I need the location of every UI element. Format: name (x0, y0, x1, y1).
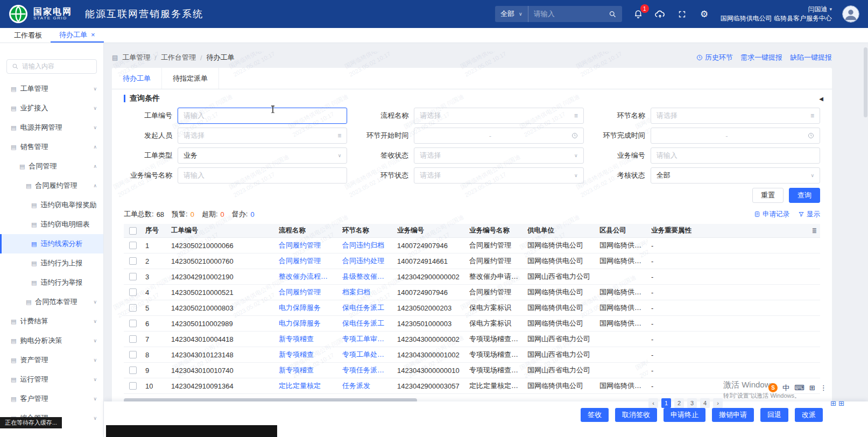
sidebar-item[interactable]: ▤业扩接入∨ (0, 98, 103, 118)
cell-value[interactable]: 档案归档 (342, 287, 370, 297)
page-button[interactable]: 1 (661, 398, 671, 408)
grid-icon[interactable]: ⊞ (830, 399, 836, 407)
cell-value[interactable]: 新专项稽查 (279, 334, 314, 344)
field-date[interactable]: - (651, 128, 820, 144)
table-row[interactable]: 41423050210000521合同履约管理档案归档1400724907946… (124, 285, 820, 300)
sidebar-item[interactable]: ▤工单管理∨ (0, 79, 103, 98)
sidebar-search-input[interactable]: 请输入内容 (6, 59, 97, 74)
cell-value[interactable]: 合同违约归档 (342, 241, 384, 250)
page-button[interactable]: 3 (687, 398, 697, 408)
search-button[interactable] (604, 6, 622, 22)
field-select[interactable]: 全部∨ (651, 167, 820, 184)
row-checkbox[interactable] (129, 351, 137, 358)
sidebar-item[interactable]: ▤运行管理∨ (0, 370, 103, 389)
defect-report-link[interactable]: 缺陷一键提报 (790, 53, 832, 62)
avatar[interactable] (842, 5, 859, 23)
sidebar-item[interactable]: ▤购电分析决策∨ (0, 331, 103, 350)
field-input[interactable]: 请输入 (178, 108, 347, 124)
row-checkbox[interactable] (129, 335, 137, 343)
fullscreen-icon[interactable] (676, 8, 688, 20)
field-select[interactable]: 请选择∨ (414, 147, 583, 164)
cloud-sync-icon[interactable] (654, 8, 666, 20)
action-button[interactable]: 回退 (760, 408, 788, 422)
table-row[interactable]: 31423042910002190整改催办流程…县级整改催办…142304290… (124, 269, 820, 285)
table-row[interactable]: 51423050210000803电力保障服务保电任务派工14230502000… (124, 300, 820, 316)
ime-language-icon[interactable]: 中 (782, 384, 789, 391)
sidebar-item[interactable]: ▤违约窃电明细表 (0, 215, 103, 234)
sidebar-item[interactable]: ▤电源并网管理∨ (0, 118, 103, 137)
column-settings-icon[interactable]: ≣ (812, 227, 817, 234)
row-checkbox[interactable] (129, 304, 137, 312)
demand-report-link[interactable]: 需求一键提报 (740, 53, 782, 62)
action-button[interactable]: 取消签收 (615, 408, 657, 422)
user-menu[interactable]: 闫国迪 ▾ (808, 5, 832, 14)
close-icon[interactable]: × (91, 31, 95, 39)
row-checkbox[interactable] (129, 382, 137, 390)
cell-value[interactable]: 合同履约管理 (279, 287, 321, 297)
field-picker[interactable]: 请选择≡ (651, 108, 820, 124)
row-checkbox[interactable] (129, 288, 137, 296)
cell-value[interactable]: 专项工单审核… (342, 334, 391, 344)
sidebar-item[interactable]: ▤销售管理∧ (0, 137, 103, 157)
sidebar-item[interactable]: ▤资产管理∨ (0, 350, 103, 370)
breadcrumb-item[interactable]: 工作台管理 (161, 53, 196, 62)
cell-value[interactable]: 新专项稽查 (279, 365, 314, 375)
cell-value[interactable]: 专项工单处理… (342, 350, 391, 360)
next-page-button[interactable]: › (713, 398, 723, 408)
vertical-scrollbar[interactable] (864, 45, 867, 435)
cell-value[interactable]: 县级整改催办… (342, 272, 391, 281)
window-tab[interactable]: 待办工单× (51, 28, 104, 43)
sidebar-item[interactable]: ▤违约行为举报 (0, 273, 103, 292)
reset-button[interactable]: 重置 (752, 188, 784, 203)
breadcrumb-item[interactable]: 工单管理 (122, 53, 150, 62)
sidebar-item[interactable]: ▤客户管理∨ (0, 389, 103, 408)
table-row[interactable]: 61423050110002989电力保障服务保电任务派工14230501000… (124, 316, 820, 332)
table-row[interactable]: 81423043010123148新专项稽查专项工单处理…14230430000… (124, 347, 820, 363)
settings-gear-icon[interactable]: ⚙ (698, 8, 710, 20)
row-checkbox[interactable] (129, 242, 137, 249)
tray-grid-icon[interactable]: ⊞ (809, 384, 815, 391)
sidebar-item[interactable]: ▤计费结算∨ (0, 312, 103, 331)
row-checkbox[interactable] (129, 366, 137, 374)
cell-value[interactable]: 定比定量核定 (279, 381, 321, 391)
sogou-input-icon[interactable]: S (768, 383, 778, 392)
search-scope-select[interactable]: 全部 ∨ (495, 6, 528, 22)
content-tab[interactable]: 待指定派单 (162, 68, 219, 89)
field-select[interactable]: 请选择∨ (414, 167, 583, 184)
field-input[interactable]: 请输入 (651, 147, 820, 164)
row-checkbox[interactable] (129, 320, 137, 327)
sidebar-item[interactable]: ▤合同管理∧ (0, 157, 103, 176)
table-row[interactable]: 71423043010004418新专项稽查专项工单审核…14230430000… (124, 332, 820, 347)
table-row[interactable]: 21423050210000760合同履约管理合同违约处理14007249146… (124, 253, 820, 269)
cell-value[interactable]: 合同违约处理 (342, 256, 384, 266)
cell-value[interactable]: 整改催办流程… (279, 272, 328, 281)
keyboard-icon[interactable]: ⌨ (794, 384, 805, 391)
row-checkbox[interactable] (129, 257, 137, 265)
field-date[interactable]: - (414, 128, 583, 144)
cell-value[interactable]: 电力保障服务 (279, 303, 321, 313)
action-button[interactable]: 撤销申请 (712, 408, 754, 422)
table-row[interactable]: 11423050210000066合同履约管理合同违约归档14007249079… (124, 238, 820, 253)
breadcrumb-item[interactable]: 待办工单 (207, 53, 235, 62)
content-tab[interactable]: 待办工单 (112, 68, 162, 89)
action-button[interactable]: 签收 (581, 408, 609, 422)
grid-icon[interactable]: ⊞ (838, 399, 844, 407)
page-button[interactable]: 4 (700, 398, 710, 408)
field-select[interactable]: 业务∨ (178, 147, 347, 164)
scrollbar-thumb[interactable] (864, 47, 867, 117)
action-button[interactable]: 申请终止 (664, 408, 705, 422)
action-button[interactable]: 改派 (795, 408, 823, 422)
row-checkbox[interactable] (129, 273, 137, 280)
cell-value[interactable]: 保电任务派工 (342, 303, 384, 313)
cell-value[interactable]: 专项任务派发… (342, 365, 391, 375)
window-tab[interactable]: 工作看板 (5, 28, 51, 43)
cell-value[interactable]: 合同履约管理 (279, 256, 321, 266)
table-row[interactable]: 91423043010010740新专项稽查专项任务派发…14230430000… (124, 363, 820, 378)
field-picker[interactable]: 请选择≡ (414, 108, 583, 124)
field-picker[interactable]: 请选择≡ (178, 128, 347, 144)
global-search-input[interactable]: 请输入 (528, 9, 604, 19)
sidebar-item[interactable]: ▤违约行为上报 (0, 253, 103, 273)
sidebar-item[interactable]: ▤违约窃电举报奖励 (0, 195, 103, 215)
cell-value[interactable]: 保电任务派工 (342, 319, 384, 328)
select-all-checkbox[interactable] (129, 227, 137, 235)
